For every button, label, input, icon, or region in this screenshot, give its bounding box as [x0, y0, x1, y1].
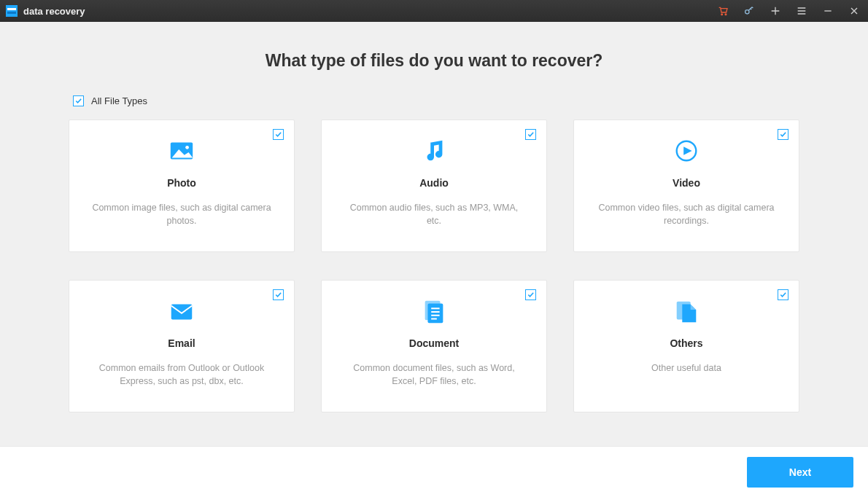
file-type-grid: Photo Common image files, such as digita…: [0, 120, 868, 412]
card-others-title: Others: [670, 337, 702, 349]
titlebar-right: [716, 4, 861, 17]
app-title: data recovery: [23, 6, 85, 17]
svg-rect-6: [171, 305, 193, 320]
plus-icon[interactable]: [769, 4, 782, 17]
cart-icon[interactable]: [716, 4, 729, 17]
close-icon[interactable]: [848, 4, 861, 17]
svg-rect-8: [427, 304, 443, 324]
card-photo[interactable]: Photo Common image files, such as digita…: [69, 120, 295, 252]
svg-point-1: [725, 14, 726, 15]
card-video-desc: Common video files, such as digital came…: [594, 202, 778, 227]
card-audio-desc: Common audio files, such as MP3, WMA, et…: [342, 202, 526, 227]
card-photo-title: Photo: [167, 177, 196, 189]
card-email-checkbox[interactable]: [273, 289, 284, 300]
app-logo-icon: [6, 5, 18, 17]
card-others-desc: Other useful data: [651, 362, 721, 375]
main-content: What type of files do you want to recove…: [0, 22, 868, 446]
card-video-checkbox[interactable]: [778, 129, 788, 140]
card-document-desc: Common document files, such as Word, Exc…: [342, 362, 526, 388]
others-icon: [672, 297, 701, 326]
card-others-checkbox[interactable]: [778, 289, 788, 300]
card-document-checkbox[interactable]: [525, 289, 536, 300]
all-file-types-label: All File Types: [91, 95, 147, 106]
email-icon: [167, 297, 196, 326]
card-document[interactable]: Document Common document files, such as …: [321, 280, 547, 412]
audio-icon: [419, 136, 449, 165]
card-audio[interactable]: Audio Common audio files, such as MP3, W…: [321, 120, 547, 252]
card-photo-desc: Common image files, such as digital came…: [90, 202, 274, 227]
card-video[interactable]: Video Common video files, such as digita…: [573, 120, 799, 252]
menu-icon[interactable]: [795, 4, 808, 17]
card-others[interactable]: Others Other useful data: [573, 280, 799, 412]
card-document-title: Document: [409, 337, 459, 349]
card-email[interactable]: Email Common emails from Outlook or Outl…: [69, 280, 295, 412]
card-video-title: Video: [673, 177, 700, 189]
all-file-types-row[interactable]: All File Types: [73, 95, 868, 106]
card-email-desc: Common emails from Outlook or Outlook Ex…: [90, 362, 274, 388]
key-icon[interactable]: [743, 4, 756, 17]
titlebar-left: data recovery: [6, 5, 85, 17]
all-file-types-checkbox[interactable]: [73, 95, 84, 106]
card-audio-title: Audio: [419, 177, 449, 189]
card-email-title: Email: [168, 337, 195, 349]
next-button[interactable]: Next: [747, 457, 853, 488]
card-photo-checkbox[interactable]: [273, 129, 284, 140]
video-icon: [672, 136, 701, 165]
minimize-icon[interactable]: [821, 4, 834, 17]
svg-point-2: [745, 10, 749, 14]
svg-point-0: [721, 14, 723, 15]
document-icon: [419, 297, 449, 326]
page-title: What type of files do you want to recove…: [0, 51, 868, 71]
titlebar: data recovery: [0, 0, 868, 22]
svg-point-4: [185, 146, 189, 149]
card-audio-checkbox[interactable]: [525, 129, 536, 140]
photo-icon: [167, 136, 196, 165]
footer: Next: [0, 446, 868, 497]
